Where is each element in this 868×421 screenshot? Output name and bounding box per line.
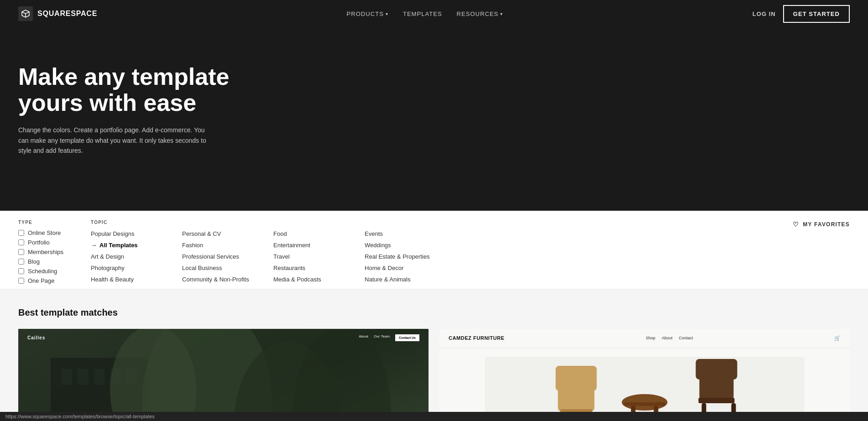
camdez-shop-link: Shop xyxy=(646,336,655,340)
type-checkbox-portfolio[interactable] xyxy=(18,239,24,245)
cailles-nav-links: About Our Team Contact Us xyxy=(359,334,419,341)
type-filter-group: TYPE Online Store Portfolio Memberships … xyxy=(18,220,63,284)
svg-rect-5 xyxy=(94,369,105,385)
topic-art-design[interactable]: Art & Design xyxy=(91,252,164,261)
type-items: Online Store Portfolio Memberships Blog … xyxy=(18,229,63,284)
topic-filter-group: TOPIC Popular Designs All Templates Art … xyxy=(91,220,765,284)
topic-photography[interactable]: Photography xyxy=(91,264,164,272)
topic-home-decor[interactable]: Home & Decor xyxy=(365,264,438,272)
camdez-about-link: About xyxy=(662,336,673,340)
type-checkbox-scheduling[interactable] xyxy=(18,268,24,274)
filter-bar: TYPE Online Store Portfolio Memberships … xyxy=(0,211,868,289)
topic-events[interactable]: Events xyxy=(365,229,438,238)
svg-rect-3 xyxy=(62,369,73,385)
topic-fashion[interactable]: Fashion xyxy=(182,241,255,249)
camdez-logo: CAMDEZ FURNITURE xyxy=(449,335,504,341)
logo[interactable]: SQUARESPACE xyxy=(18,6,97,21)
logo-text: SQUARESPACE xyxy=(37,10,97,18)
svg-rect-26 xyxy=(696,359,737,379)
topic-food[interactable]: Food xyxy=(273,229,346,238)
topic-col-1: Popular Designs All Templates Art & Desi… xyxy=(91,229,164,284)
topic-popular-designs[interactable]: Popular Designs xyxy=(91,229,164,238)
type-checkbox-blog[interactable] xyxy=(18,259,24,265)
svg-rect-19 xyxy=(624,402,665,406)
hero-section: Make any template yours with ease Change… xyxy=(0,27,868,211)
camdez-contact-link: Contact xyxy=(679,336,693,340)
camdez-chairs-svg xyxy=(439,357,850,421)
type-item-memberships[interactable]: Memberships xyxy=(18,249,63,255)
nav-right-actions: LOG IN GET STARTED xyxy=(753,5,850,23)
type-item-one-page[interactable]: One Page xyxy=(18,277,63,284)
template-grid: Cailles About Our Team Contact Us Licens… xyxy=(18,329,850,421)
topic-community-nonprofits[interactable]: Community & Non-Profits xyxy=(182,275,255,284)
topic-health-beauty[interactable]: Health & Beauty xyxy=(91,275,164,284)
camdez-nav-links: Shop About Contact xyxy=(646,336,693,340)
template-card-cailles[interactable]: Cailles About Our Team Contact Us Licens… xyxy=(18,329,429,421)
nav-products[interactable]: PRODUCTS ▾ xyxy=(347,10,388,17)
topic-entertainment[interactable]: Entertainment xyxy=(273,241,346,249)
topic-all-templates[interactable]: All Templates xyxy=(91,241,164,249)
nav-resources[interactable]: RESOURCES ▾ xyxy=(457,10,503,17)
svg-rect-12 xyxy=(485,357,805,421)
squarespace-logo-icon xyxy=(18,6,33,21)
topic-nature-animals[interactable]: Nature & Animals xyxy=(365,275,438,284)
cailles-about-link: About xyxy=(359,334,368,341)
cailles-logo: Cailles xyxy=(27,335,45,340)
svg-rect-4 xyxy=(78,369,89,385)
type-item-scheduling[interactable]: Scheduling xyxy=(18,268,63,275)
type-checkbox-online-store[interactable] xyxy=(18,230,24,236)
topic-personal-cv[interactable]: Personal & CV xyxy=(182,229,255,238)
camdez-preview: CAMDEZ FURNITURE Shop About Contact 🛒 xyxy=(439,329,850,421)
svg-rect-23 xyxy=(699,398,735,403)
cailles-background: Cailles About Our Team Contact Us Licens… xyxy=(18,329,429,421)
camdez-nav: CAMDEZ FURNITURE Shop About Contact 🛒 xyxy=(439,329,850,348)
section-title: Best template matches xyxy=(18,307,850,318)
products-chevron-icon: ▾ xyxy=(386,11,388,16)
camdez-cart-icon: 🛒 xyxy=(834,335,841,341)
nav-links: PRODUCTS ▾ TEMPLATES RESOURCES ▾ xyxy=(347,10,503,17)
topic-label: TOPIC xyxy=(91,220,765,225)
type-checkbox-one-page[interactable] xyxy=(18,278,24,284)
favorites-label: MY FAVORITES xyxy=(803,221,850,228)
hero-description: Change the colors. Create a portfolio pa… xyxy=(18,125,210,156)
type-label: TYPE xyxy=(18,220,63,225)
cailles-nav: Cailles About Our Team Contact Us xyxy=(18,329,429,347)
type-item-online-store[interactable]: Online Store xyxy=(18,229,63,236)
topic-weddings[interactable]: Weddings xyxy=(365,241,438,249)
camdez-body xyxy=(439,348,850,421)
topic-professional-services[interactable]: Professional Services xyxy=(182,252,255,261)
topic-col-2: Personal & CV Fashion Professional Servi… xyxy=(182,229,255,284)
svg-rect-17 xyxy=(556,366,597,391)
nav-templates[interactable]: TEMPLATES xyxy=(403,10,442,17)
topic-real-estate[interactable]: Real Estate & Properties xyxy=(365,252,438,261)
topic-travel[interactable]: Travel xyxy=(273,252,346,261)
hero-title: Make any template yours with ease xyxy=(18,64,292,116)
main-nav: SQUARESPACE PRODUCTS ▾ TEMPLATES RESOURC… xyxy=(0,0,868,27)
cailles-ourteam-link: Our Team xyxy=(374,334,390,341)
heart-icon: ♡ xyxy=(793,221,799,228)
type-item-portfolio[interactable]: Portfolio xyxy=(18,239,63,246)
topic-col-3: Food Entertainment Travel Restaurants Me… xyxy=(273,229,346,284)
favorites-button[interactable]: ♡ MY FAVORITES xyxy=(793,220,850,228)
status-url: https://www.squarespace.com/templates/br… xyxy=(5,414,155,419)
topic-media-podcasts[interactable]: Media & Podcasts xyxy=(273,275,346,284)
get-started-button[interactable]: GET STARTED xyxy=(783,5,850,23)
template-card-camdez[interactable]: CAMDEZ FURNITURE Shop About Contact 🛒 xyxy=(439,329,850,421)
main-content: Best template matches xyxy=(0,289,868,421)
topic-columns: Popular Designs All Templates Art & Desi… xyxy=(91,229,765,284)
topic-restaurants[interactable]: Restaurants xyxy=(273,264,346,272)
type-checkbox-memberships[interactable] xyxy=(18,249,24,255)
resources-chevron-icon: ▾ xyxy=(500,11,503,16)
topic-col-4: Events Weddings Real Estate & Properties… xyxy=(365,229,438,284)
status-bar: https://www.squarespace.com/templates/br… xyxy=(0,412,868,421)
type-item-blog[interactable]: Blog xyxy=(18,258,63,265)
cailles-contact-btn: Contact Us xyxy=(395,334,419,341)
login-button[interactable]: LOG IN xyxy=(753,10,776,17)
cailles-preview: Cailles About Our Team Contact Us Licens… xyxy=(18,329,429,421)
topic-local-business[interactable]: Local Business xyxy=(182,264,255,272)
